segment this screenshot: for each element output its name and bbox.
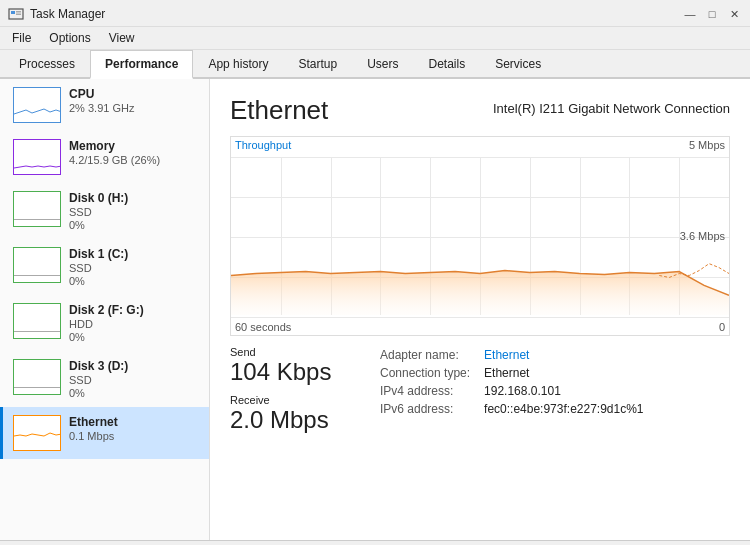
app-icon: [8, 6, 24, 22]
adapter-name-row: Adapter name: Ethernet: [380, 346, 644, 364]
receive-block: Receive 2.0 Mbps: [230, 394, 360, 434]
chart-svg: [231, 157, 729, 315]
minimize-button[interactable]: —: [682, 6, 698, 22]
sidebar-item-ethernet[interactable]: Ethernet 0.1 Mbps: [0, 407, 209, 459]
adapter-info: Adapter name: Ethernet Connection type: …: [380, 346, 730, 434]
svg-rect-2: [16, 11, 21, 13]
detail-title: Ethernet: [230, 95, 328, 126]
bottom-bar: ⌃ Fewer details Open Resource Monitor: [0, 540, 750, 545]
tab-services[interactable]: Services: [480, 50, 556, 79]
sidebar-item-disk0[interactable]: Disk 0 (H:) SSD 0%: [0, 183, 209, 239]
title-bar-left: Task Manager: [8, 6, 105, 22]
ipv4-value: 192.168.0.101: [484, 382, 643, 400]
ethernet-sub: 0.1 Mbps: [69, 430, 199, 442]
disk1-name: Disk 1 (C:): [69, 247, 199, 261]
svg-rect-1: [11, 11, 15, 14]
tab-users[interactable]: Users: [352, 50, 413, 79]
close-button[interactable]: ✕: [726, 6, 742, 22]
sidebar-item-memory[interactable]: Memory 4.2/15.9 GB (26%): [0, 131, 209, 183]
disk3-name: Disk 3 (D:): [69, 359, 199, 373]
disk1-sub1: SSD: [69, 262, 199, 274]
menu-file[interactable]: File: [4, 29, 39, 47]
menu-view[interactable]: View: [101, 29, 143, 47]
ipv4-row: IPv4 address: 192.168.0.101: [380, 382, 644, 400]
disk1-info: Disk 1 (C:) SSD 0%: [69, 247, 199, 287]
stats-adapter-row: Send 104 Kbps Receive 2.0 Mbps Adapter n…: [230, 346, 730, 434]
sidebar-item-disk1[interactable]: Disk 1 (C:) SSD 0%: [0, 239, 209, 295]
disk2-sub1: HDD: [69, 318, 199, 330]
disk0-info: Disk 0 (H:) SSD 0%: [69, 191, 199, 231]
detail-header: Ethernet Intel(R) I211 Gigabit Network C…: [230, 95, 730, 126]
connection-type-row: Connection type: Ethernet: [380, 364, 644, 382]
title-bar: Task Manager — □ ✕: [0, 0, 750, 27]
conn-type-label: Connection type:: [380, 364, 484, 382]
cpu-thumb-chart: [14, 88, 61, 123]
main-content: CPU 2% 3.91 GHz Memory 4.2/15.9 GB (26%)…: [0, 79, 750, 540]
maximize-button[interactable]: □: [704, 6, 720, 22]
send-block: Send 104 Kbps: [230, 346, 360, 386]
chart-zero-label: 0: [719, 321, 725, 333]
memory-thumb-chart: [14, 140, 61, 175]
adapter-name-label: Adapter name:: [380, 346, 484, 364]
tab-startup[interactable]: Startup: [283, 50, 352, 79]
tab-details[interactable]: Details: [413, 50, 480, 79]
cpu-name: CPU: [69, 87, 199, 101]
ipv6-label: IPv6 address:: [380, 400, 484, 418]
cpu-thumbnail: [13, 87, 61, 123]
throughput-chart: Throughput 5 Mbps 3.6 Mbps 60 seconds 0: [230, 136, 730, 336]
disk1-thumbnail: [13, 247, 61, 283]
sidebar: CPU 2% 3.91 GHz Memory 4.2/15.9 GB (26%)…: [0, 79, 210, 540]
menu-bar: File Options View: [0, 27, 750, 50]
tab-processes[interactable]: Processes: [4, 50, 90, 79]
ipv4-label: IPv4 address:: [380, 382, 484, 400]
chart-time-label: 60 seconds: [235, 321, 291, 333]
stats-block: Send 104 Kbps Receive 2.0 Mbps: [230, 346, 360, 434]
sidebar-item-disk2[interactable]: Disk 2 (F: G:) HDD 0%: [0, 295, 209, 351]
disk2-thumb-line: [14, 331, 60, 332]
receive-value: 2.0 Mbps: [230, 406, 360, 434]
memory-info: Memory 4.2/15.9 GB (26%): [69, 139, 199, 166]
detail-panel: Ethernet Intel(R) I211 Gigabit Network C…: [210, 79, 750, 540]
cpu-info: CPU 2% 3.91 GHz: [69, 87, 199, 114]
menu-options[interactable]: Options: [41, 29, 98, 47]
disk2-info: Disk 2 (F: G:) HDD 0%: [69, 303, 199, 343]
svg-rect-3: [16, 14, 21, 16]
receive-label: Receive: [230, 394, 360, 406]
disk0-sub1: SSD: [69, 206, 199, 218]
window-title: Task Manager: [30, 7, 105, 21]
disk0-thumbnail: [13, 191, 61, 227]
chart-throughput-label: Throughput: [235, 139, 291, 151]
send-value: 104 Kbps: [230, 358, 360, 386]
disk3-sub2: 0%: [69, 387, 199, 399]
sidebar-item-disk3[interactable]: Disk 3 (D:) SSD 0%: [0, 351, 209, 407]
ethernet-info: Ethernet 0.1 Mbps: [69, 415, 199, 442]
cpu-sub: 2% 3.91 GHz: [69, 102, 199, 114]
adapter-name-value: Ethernet: [484, 346, 643, 364]
tab-bar: Processes Performance App history Startu…: [0, 50, 750, 79]
svg-marker-4: [231, 271, 729, 315]
disk0-sub2: 0%: [69, 219, 199, 231]
ipv6-value: fec0::e4be:973f:e227:9d1c%1: [484, 400, 643, 418]
conn-type-value: Ethernet: [484, 364, 643, 382]
disk2-sub2: 0%: [69, 331, 199, 343]
send-label: Send: [230, 346, 360, 358]
disk0-name: Disk 0 (H:): [69, 191, 199, 205]
disk0-thumb-line: [14, 219, 60, 220]
disk3-thumb-line: [14, 387, 60, 388]
memory-name: Memory: [69, 139, 199, 153]
chart-max-label: 5 Mbps: [689, 139, 725, 151]
disk1-sub2: 0%: [69, 275, 199, 287]
sidebar-item-cpu[interactable]: CPU 2% 3.91 GHz: [0, 79, 209, 131]
grid-h-5: [231, 317, 729, 318]
disk1-thumb-line: [14, 275, 60, 276]
title-bar-controls: — □ ✕: [682, 6, 742, 22]
ipv6-row: IPv6 address: fec0::e4be:973f:e227:9d1c%…: [380, 400, 644, 418]
adapter-table: Adapter name: Ethernet Connection type: …: [380, 346, 644, 418]
disk3-thumbnail: [13, 359, 61, 395]
detail-subtitle: Intel(R) I211 Gigabit Network Connection: [493, 101, 730, 116]
tab-app-history[interactable]: App history: [193, 50, 283, 79]
disk2-thumbnail: [13, 303, 61, 339]
tab-performance[interactable]: Performance: [90, 50, 193, 79]
disk3-info: Disk 3 (D:) SSD 0%: [69, 359, 199, 399]
ethernet-name: Ethernet: [69, 415, 199, 429]
